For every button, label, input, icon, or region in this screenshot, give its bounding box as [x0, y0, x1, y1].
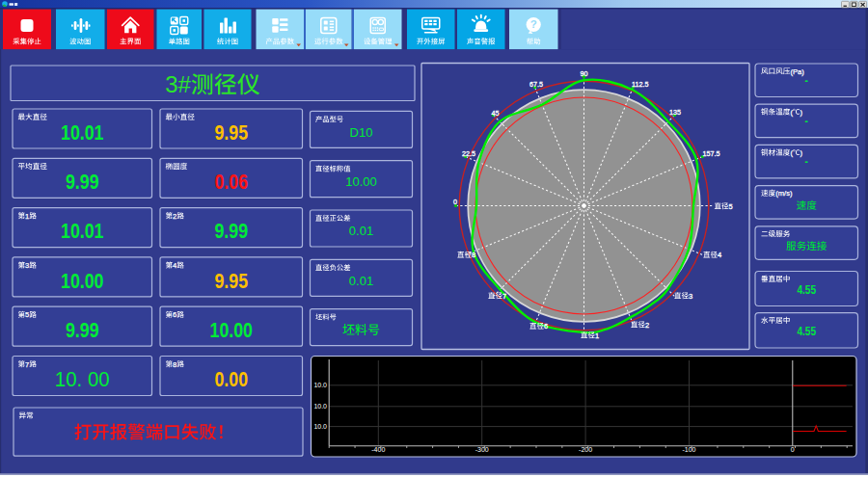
svg-text:0.01: 0.01 [349, 224, 373, 238]
svg-text:10.01: 10.01 [61, 218, 103, 243]
svg-text:9.99: 9.99 [66, 169, 99, 194]
svg-text:0: 0 [453, 198, 457, 206]
svg-text:4.55: 4.55 [797, 325, 816, 337]
svg-text:10.00: 10.00 [345, 174, 377, 189]
svg-text:6: 6 [173, 310, 176, 319]
svg-text:9.95: 9.95 [214, 267, 248, 292]
svg-text:0: 0 [791, 446, 795, 453]
svg-text:-: - [805, 115, 809, 127]
svg-text:9.99: 9.99 [214, 218, 248, 243]
svg-text:4.55: 4.55 [797, 283, 816, 296]
svg-text:10.0: 10.0 [313, 382, 327, 388]
svg-text:10. 00: 10. 00 [55, 368, 110, 391]
svg-text:-400: -400 [371, 446, 385, 453]
svg-text:22.5: 22.5 [462, 149, 475, 158]
svg-text:67.5: 67.5 [529, 80, 543, 89]
svg-text:112.5: 112.5 [632, 80, 648, 89]
svg-text:10.0: 10.0 [313, 403, 327, 410]
svg-text:0.00: 0.00 [214, 366, 248, 391]
svg-text:9.95: 9.95 [214, 119, 248, 144]
svg-text:3: 3 [25, 261, 29, 270]
svg-text:157.5: 157.5 [703, 149, 720, 158]
svg-text:45: 45 [491, 109, 499, 118]
svg-text:9.99: 9.99 [66, 317, 99, 342]
svg-text:?: ? [530, 18, 537, 30]
svg-text:0.06: 0.06 [214, 169, 248, 194]
svg-text:5: 5 [25, 310, 29, 319]
svg-text:3: 3 [689, 292, 692, 301]
svg-text:D10: D10 [350, 125, 373, 140]
svg-text:-300: -300 [475, 446, 489, 453]
svg-text:3#: 3# [165, 71, 191, 97]
svg-text:10.0: 10.0 [313, 423, 327, 430]
svg-text:(m/s): (m/s) [775, 189, 793, 198]
svg-text:6: 6 [544, 322, 548, 331]
svg-text:1: 1 [25, 212, 29, 221]
svg-text:8: 8 [173, 360, 176, 369]
svg-text:90: 90 [581, 69, 588, 78]
svg-text:8: 8 [472, 251, 475, 259]
svg-text:1: 1 [595, 331, 599, 340]
svg-text:10.01: 10.01 [61, 119, 103, 144]
svg-text:135: 135 [669, 108, 681, 117]
svg-text:-: - [805, 155, 809, 168]
svg-text:(Pa): (Pa) [790, 67, 804, 76]
svg-text:4: 4 [718, 251, 721, 259]
svg-text:-100: -100 [682, 446, 695, 453]
svg-text:10.00: 10.00 [61, 267, 103, 292]
svg-text:4: 4 [173, 261, 176, 270]
svg-text:5: 5 [729, 202, 733, 211]
svg-text:7: 7 [25, 360, 29, 369]
svg-text:2: 2 [173, 212, 176, 221]
svg-text:7: 7 [502, 292, 506, 301]
svg-text:0.01: 0.01 [349, 274, 373, 288]
svg-text:2: 2 [645, 321, 649, 330]
svg-text:-200: -200 [579, 446, 592, 453]
svg-text:10.00: 10.00 [210, 317, 253, 342]
svg-text:-: - [805, 74, 809, 87]
